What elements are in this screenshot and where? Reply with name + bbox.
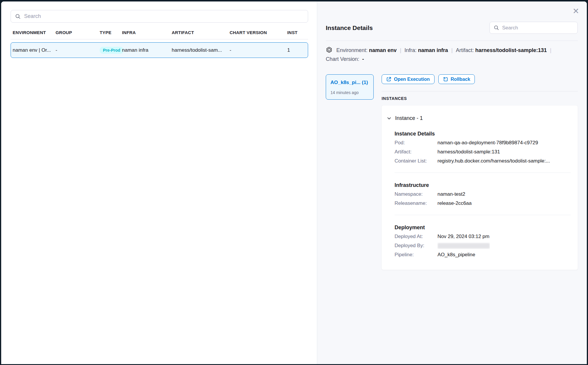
summary-environment-label: Environment:	[336, 47, 368, 53]
deployed-at-row: Deployed At: Nov 29, 2024 03:12 pm	[395, 233, 571, 240]
row-environment: naman env | Or...	[13, 47, 56, 53]
row-inst-count: 1	[287, 47, 308, 53]
artifact-row: Artifact: harness/todolist-sample:131	[395, 149, 571, 155]
pipeline-card-timestamp: 14 minutes ago	[330, 90, 369, 95]
row-artifact: harness/todolist-sam...	[172, 47, 230, 53]
environments-table-panel: ENVIRONMENT GROUP TYPE INFRA ARTIFACT CH…	[1, 1, 317, 364]
summary-artifact-value: harness/todolist-sample:131	[475, 47, 547, 53]
rollback-icon	[443, 77, 448, 82]
header-divider	[326, 41, 578, 41]
section-divider	[395, 215, 571, 215]
instance-details-panel: ✕ Instance Details Environment: naman en…	[317, 1, 587, 364]
pipeline-execution-card[interactable]: AO_k8s_pi... (1) 14 minutes ago	[326, 74, 374, 100]
section-divider	[395, 173, 571, 173]
column-header-artifact[interactable]: ARTIFACT	[172, 30, 230, 35]
external-link-icon	[386, 77, 391, 82]
deployed-by-row: Deployed By:	[395, 242, 571, 249]
pipeline-value: AO_k8s_pipeline	[437, 252, 475, 258]
instance-toggle[interactable]: Instance - 1	[387, 115, 571, 121]
summary-infra-value: naman infra	[418, 47, 448, 53]
column-header-chart-version[interactable]: CHART VERSION	[230, 30, 287, 35]
column-header-type[interactable]: TYPE	[100, 30, 122, 35]
table-header-divider	[11, 39, 308, 39]
row-group: -	[56, 47, 100, 53]
search-icon	[15, 14, 21, 19]
summary-environment-value: naman env	[369, 47, 397, 53]
table-search-input[interactable]	[24, 13, 304, 19]
pipeline-row: Pipeline: AO_k8s_pipeline	[395, 252, 571, 258]
table-header: ENVIRONMENT GROUP TYPE INFRA ARTIFACT CH…	[11, 30, 308, 35]
column-header-inst[interactable]: INST	[287, 30, 308, 35]
pod-value: naman-qa-ao-deployment-78f9b89874-c9729	[437, 140, 538, 146]
column-header-group[interactable]: GROUP	[56, 30, 100, 35]
rollback-button[interactable]: Rollback	[438, 74, 475, 84]
section-heading-deployment: Deployment	[395, 225, 571, 231]
deployment-summary: Environment: naman env|Infra: naman infr…	[326, 46, 578, 63]
artifact-value: harness/todolist-sample:131	[437, 149, 500, 155]
container-list-value: registry.hub.docker.com/harness/todolist…	[437, 158, 550, 164]
section-heading-infrastructure: Infrastructure	[395, 182, 571, 188]
column-header-infra[interactable]: INFRA	[122, 30, 172, 35]
instances-heading: INSTANCES	[382, 96, 578, 101]
env-type-badge: Pre-Prod	[100, 47, 123, 54]
panel-search-input[interactable]	[502, 25, 574, 31]
instances-card: Instance - 1 Instance Details Pod: naman…	[382, 106, 578, 270]
instances-modal: ENVIRONMENT GROUP TYPE INFRA ARTIFACT CH…	[1, 1, 587, 364]
summary-chart-version-label: Chart Version:	[326, 56, 359, 62]
row-infra: naman infra	[122, 47, 172, 53]
column-header-environment[interactable]: ENVIRONMENT	[13, 30, 56, 35]
table-search	[11, 10, 308, 23]
panel-search	[490, 22, 578, 34]
instance-title: Instance - 1	[395, 115, 423, 121]
namespace-row: Namespace: naman-test2	[395, 191, 571, 197]
close-icon[interactable]: ✕	[572, 7, 579, 15]
table-row[interactable]: naman env | Or... - Pre-Prod naman infra…	[11, 42, 308, 58]
namespace-value: naman-test2	[437, 191, 465, 197]
row-chart-version: -	[230, 47, 287, 53]
summary-artifact-label: Artifact:	[456, 47, 474, 53]
releasename-row: Releasename: release-2cc6aa	[395, 200, 571, 207]
actions-divider	[382, 91, 578, 91]
pipeline-cards-column: AO_k8s_pi... (1) 14 minutes ago	[326, 74, 382, 100]
chevron-down-icon	[387, 116, 391, 120]
section-heading-instance-details: Instance Details	[395, 131, 571, 137]
pod-row: Pod: naman-qa-ao-deployment-78f9b89874-c…	[395, 140, 571, 146]
summary-chart-version-value: -	[362, 56, 364, 62]
environment-icon	[326, 46, 333, 53]
deployed-at-value: Nov 29, 2024 03:12 pm	[437, 233, 490, 240]
redacted-deployed-by	[437, 243, 490, 249]
page-title: Instance Details	[326, 24, 373, 31]
open-execution-button[interactable]: Open Execution	[382, 74, 435, 84]
summary-infra-label: Infra:	[405, 47, 417, 53]
search-icon	[494, 25, 499, 31]
pipeline-card-title: AO_k8s_pi... (1)	[330, 80, 369, 86]
container-list-row: Container List: registry.hub.docker.com/…	[395, 158, 571, 164]
releasename-value: release-2cc6aa	[437, 200, 472, 207]
